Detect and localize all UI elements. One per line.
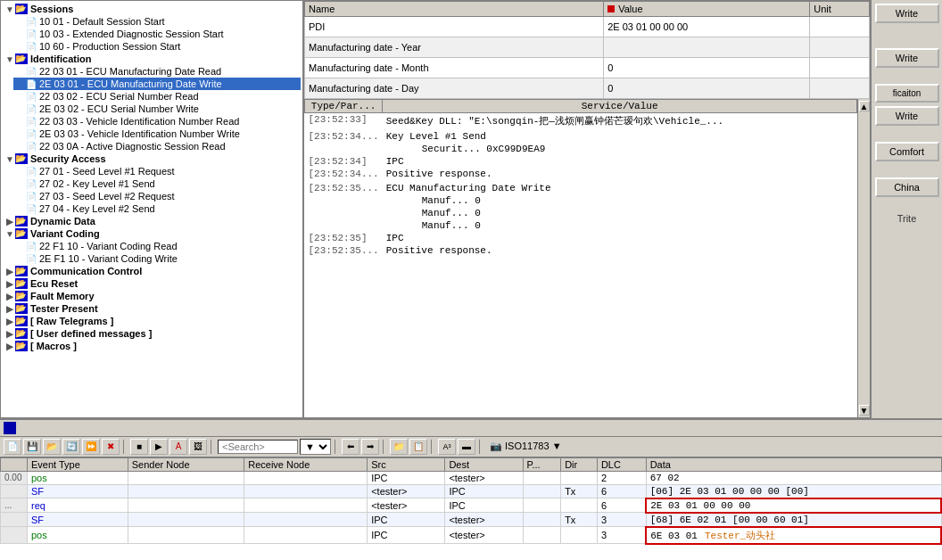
tree-item-label: 22 03 01 - ECU Manufacturing Date Read — [39, 66, 221, 77]
filter-dropdown[interactable]: ▼ — [300, 439, 331, 455]
expand-icon: ▶ — [4, 304, 15, 314]
dest: IPC — [445, 498, 523, 513]
section-icon: 📂 — [15, 291, 28, 301]
prop-unit — [810, 58, 870, 78]
diag-row[interactable]: ...req<tester>IPC62E 03 01 00 00 00 — [1, 498, 942, 513]
tree-item[interactable]: 📄2E 03 02 - ECU Serial Number Write — [13, 103, 301, 115]
tree-section-header[interactable]: ▶📂Communication Control — [3, 265, 301, 277]
tb-btn-6[interactable]: ✖ — [102, 439, 120, 455]
tree-item-icon: 📄 — [26, 42, 37, 52]
prop-unit — [810, 78, 870, 99]
bottom-section: 📄 💾 📂 🔄 ⏩ ✖ ■ ▶ A 🖼 ▼ ⬅ ➡ 📁 📋 A³ ▬ — [0, 418, 942, 561]
tree-item[interactable]: 📄22 03 0A - Active Diagnostic Session Re… — [13, 140, 301, 152]
prop-row: Manufacturing date - Month0 — [305, 58, 870, 78]
diag-table-wrapper[interactable]: Event Type Sender Node Receive Node Src … — [0, 457, 942, 561]
tree-item[interactable]: 📄27 02 - Key Level #1 Send — [13, 177, 301, 190]
tree-item-icon: 📄 — [26, 142, 37, 152]
tb-btn-8[interactable]: ▶ — [150, 439, 168, 455]
ficaiton-btn[interactable]: ficaiton — [875, 84, 939, 103]
tree-item[interactable]: 📄22 03 03 - Vehicle Identification Numbe… — [13, 115, 301, 128]
tree-section-header[interactable]: ▶📂[ Raw Telegrams ] — [3, 315, 301, 327]
write-btn-2[interactable]: Write — [875, 48, 939, 68]
tree-section-header[interactable]: ▶📂[ Macros ] — [3, 340, 301, 352]
search-input[interactable] — [218, 440, 298, 454]
expand-icon: ▼ — [4, 154, 15, 164]
prop-value — [604, 37, 810, 58]
tree-item[interactable]: 📄10 03 - Extended Diagnostic Session Sta… — [13, 28, 301, 40]
tree-item[interactable]: 📄2E F1 10 - Variant Coding Write — [13, 252, 301, 265]
tree-section-header[interactable]: ▼📂Security Access — [3, 152, 301, 165]
log-area-wrapper: Type/Par... Service/Value [23:52:33]Seed… — [304, 99, 870, 417]
dest: <tester> — [445, 471, 523, 484]
section-icon: 📂 — [15, 228, 28, 239]
scroll-down[interactable]: ▼ — [859, 405, 870, 416]
row-num — [1, 527, 28, 544]
tb-btn-4[interactable]: 🔄 — [62, 439, 80, 455]
sep-3 — [335, 440, 338, 454]
china-btn[interactable]: China — [875, 177, 939, 197]
tree-item[interactable]: 📄22 03 02 - ECU Serial Number Read — [13, 90, 301, 103]
log-time: [23:52:34] — [305, 155, 383, 168]
section-icon: 📂 — [15, 328, 28, 339]
tb-btn-7[interactable]: ■ — [130, 439, 148, 455]
tree-section-header[interactable]: ▼📂Sessions — [3, 3, 301, 15]
tb-files[interactable]: 📁 — [390, 439, 408, 455]
tree-section-header[interactable]: ▼📂Variant Coding — [3, 227, 301, 240]
tree-item[interactable]: 📄27 04 - Key Level #2 Send — [13, 202, 301, 215]
col-value: Value — [604, 2, 810, 17]
tree-item[interactable]: 📄10 60 - Production Session Start — [13, 40, 301, 53]
write-btn-1[interactable]: Write — [875, 4, 939, 23]
tree-item[interactable]: 📄10 01 - Default Session Start — [13, 15, 301, 28]
scroll-up[interactable]: ▲ — [859, 101, 870, 111]
tree-section-header[interactable]: ▶📂Fault Memory — [3, 290, 301, 302]
tb-btn-1[interactable]: 📄 — [4, 439, 21, 455]
tree-section-header[interactable]: ▶📂Dynamic Data — [3, 215, 301, 227]
tree-item[interactable]: 📄2E 03 01 - ECU Manufacturing Date Write — [13, 78, 301, 90]
log-time: [23:52:33] — [305, 113, 383, 129]
tree-item-icon: 📄 — [26, 167, 37, 177]
tree-section-header[interactable]: ▶📂[ User defined messages ] — [3, 327, 301, 340]
log-message: ECU Manufacturing Date Write — [383, 182, 857, 194]
data: 6E 03 01Tester_动头社 — [646, 527, 941, 544]
write-btn-3[interactable]: Write — [875, 106, 939, 126]
tree-item-icon: 📄 — [26, 242, 37, 251]
th-dlc: DLC — [597, 457, 646, 471]
iso-label: 📷 ISO11783 ▼ — [490, 441, 562, 452]
tb-nav-2[interactable]: ➡ — [361, 439, 379, 455]
diag-row[interactable]: SF<tester>IPCTx6[06] 2E 03 01 00 00 00 [… — [1, 484, 942, 498]
tb-btn-10[interactable]: 🖼 — [189, 439, 207, 455]
tb-btn-9[interactable]: A — [169, 439, 187, 455]
log-content[interactable]: Type/Par... Service/Value [23:52:33]Seed… — [304, 99, 857, 417]
prop-value: 2E 03 01 00 00 00 — [604, 17, 810, 37]
tree-item[interactable]: 📄27 03 - Seed Level #2 Request — [13, 190, 301, 202]
tree-item[interactable]: 📄22 03 01 - ECU Manufacturing Date Read — [13, 65, 301, 78]
tree-section-header[interactable]: ▶📂Tester Present — [3, 302, 301, 315]
tree-section-header[interactable]: ▶📂Ecu Reset — [3, 277, 301, 290]
diag-row[interactable]: 0.00posIPC<tester>267 02 — [1, 471, 942, 484]
section-icon: 📂 — [15, 316, 28, 326]
sender-node — [128, 498, 244, 513]
tb-dash[interactable]: ▬ — [458, 439, 475, 455]
th-src: Src — [368, 457, 445, 471]
tb-btn-2[interactable]: 💾 — [23, 439, 41, 455]
priority — [523, 484, 561, 498]
tree-item[interactable]: 📄27 01 - Seed Level #1 Request — [13, 165, 301, 177]
tree-section-header[interactable]: ▼📂Identification — [3, 53, 301, 65]
log-time — [305, 219, 383, 232]
tree-item[interactable]: 📄22 F1 10 - Variant Coding Read — [13, 240, 301, 252]
tree-item[interactable]: 📄2E 03 03 - Vehicle Identification Numbe… — [13, 128, 301, 140]
top-section: ▼📂Sessions📄10 01 - Default Session Start… — [0, 0, 942, 418]
tree-item-label: 22 03 0A - Active Diagnostic Session Rea… — [39, 141, 226, 152]
tree-item-icon: 📄 — [26, 179, 37, 189]
left-panel[interactable]: ▼📂Sessions📄10 01 - Default Session Start… — [0, 0, 303, 418]
tb-btn-5[interactable]: ⏩ — [82, 439, 100, 455]
tb-a3[interactable]: A³ — [438, 439, 456, 455]
diag-row[interactable]: SFIPC<tester>Tx3[68] 6E 02 01 [00 00 60 … — [1, 513, 942, 527]
tb-btn-3[interactable]: 📂 — [43, 439, 61, 455]
comfort-btn[interactable]: Comfort — [875, 142, 939, 161]
diag-row[interactable]: posIPC<tester>36E 03 01Tester_动头社 — [1, 527, 942, 544]
tb-files2[interactable]: 📋 — [409, 439, 427, 455]
tb-nav-1[interactable]: ⬅ — [342, 439, 359, 455]
prop-row: Manufacturing date - Year — [305, 37, 870, 58]
sep-6 — [479, 440, 483, 454]
